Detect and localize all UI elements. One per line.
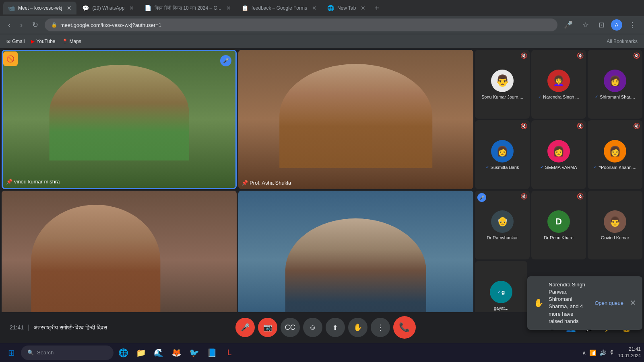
emoji-button[interactable]: ☺ <box>303 318 322 337</box>
narendra-avatar: 👩‍🦱 <box>547 70 570 92</box>
taskbar-app7[interactable]: L <box>221 345 237 361</box>
gayati-name-label: gayat... <box>492 306 510 311</box>
ramshankar-name-label: Dr Ramshankar <box>485 235 519 240</box>
taskbar-app5[interactable]: 🐦 <box>186 345 202 361</box>
seema-name-label: ✓ SEEMA VARMA <box>539 165 578 170</box>
susmitta-avatar-img: 👩 <box>496 146 508 157</box>
captions-button[interactable]: CC <box>281 318 300 337</box>
browser-chrome: 📹 Meet – kxo-veso-wkj ✕ 💬 (29) WhatsApp … <box>0 0 644 48</box>
meeting-separator: | <box>28 324 29 331</box>
toast-close-button[interactable]: ✕ <box>630 298 636 307</box>
network-icon: 📶 <box>589 350 596 356</box>
bookmark-youtube[interactable]: ▶ YouTube <box>31 39 55 44</box>
app6-icon: 📘 <box>207 348 217 358</box>
taskbar-app6[interactable]: 📘 <box>204 345 220 361</box>
speaking-indicator-vinod: 🎤 <box>220 55 231 66</box>
sonu-avatar: 👨 <box>491 70 514 92</box>
sidebar-seema: 🔇 👩 ✓ SEEMA VARMA <box>531 120 586 189</box>
start-button[interactable]: ⊞ <box>3 345 19 361</box>
verified-icon-poonam: ✓ <box>594 165 597 169</box>
sidebar-narendra: 🔇 👩‍🦱 ✓ Narendra Singh ... <box>531 50 586 119</box>
meeting-time: 21:41 <box>10 324 24 331</box>
tab-forms[interactable]: 📋 feedback – Google Forms ✕ <box>237 2 322 14</box>
ramshankar-avatar-img: 👴 <box>497 216 508 227</box>
tab-newtab[interactable]: 🌐 New Tab ✕ <box>322 2 370 14</box>
pin-icon-asha: 📌 <box>242 180 248 186</box>
govind-name-label: Govind Kumar <box>599 235 631 240</box>
susmitta-name-label: ✓ Susmitta Barik <box>484 165 521 170</box>
extensions-button[interactable]: ⊡ <box>595 19 608 31</box>
cam-off-icon: 🚫 <box>6 55 14 63</box>
present-button[interactable]: ⬆ <box>326 318 345 337</box>
sonu-avatar-emoji: 👨 <box>495 74 510 87</box>
gayati-name: gayat... <box>494 306 508 311</box>
open-queue-link[interactable]: Open queue <box>594 300 623 306</box>
raise-hand-icon: ✋ <box>353 323 362 332</box>
mic-off-icon-poonam: 🔇 <box>633 123 640 129</box>
video-cell-vinod: 🎤 📌 vinod kumar mishra <box>2 50 237 189</box>
sidebar-row-1: 🔇 👨 Sonu Kumar Journ.... 🔇 👩‍🦱 ✓ Narendr… <box>475 50 642 119</box>
profile-button[interactable]: A <box>611 19 622 31</box>
menu-button[interactable]: ⋮ <box>625 19 639 31</box>
taskbar-edge[interactable]: 🌊 <box>151 345 167 361</box>
camera-icon: 📷 <box>263 323 272 332</box>
mic-button[interactable]: 🎤 <box>561 19 576 31</box>
taskbar-search[interactable]: 🔍 Search <box>21 346 114 360</box>
bookmark-gmail[interactable]: ✉ Gmail <box>6 39 25 44</box>
tab-whatsapp[interactable]: 💬 (29) WhatsApp ✕ <box>77 2 139 14</box>
new-tab-button[interactable]: + <box>371 4 382 13</box>
clock-time: 21:41 <box>618 346 641 353</box>
mic-off-icon-seema: 🔇 <box>577 123 584 129</box>
all-bookmarks[interactable]: All Bookmarks <box>607 39 638 44</box>
cam-off-indicator[interactable]: 🚫 <box>3 51 18 66</box>
renu-name: Dr Renu Khare <box>544 235 573 240</box>
taskbar-right: ∧ 📶 🔊 🎙 21:41 10-01-2024 <box>582 346 641 359</box>
taskbar-app4[interactable]: 🦊 <box>168 345 184 361</box>
search-icon: 🔍 <box>27 350 34 356</box>
sidebar-sonu: 🔇 👨 Sonu Kumar Journ.... <box>475 50 530 119</box>
taskbar-chrome[interactable]: 🌐 <box>115 345 131 361</box>
tab-favicon-forms: 📋 <box>242 5 248 11</box>
video-cell-poet: 📌 Poet Shailesh Shukla <box>238 191 473 330</box>
shiromani-name: Shiromani Shar.... <box>600 95 635 99</box>
raise-hand-button[interactable]: ✋ <box>348 318 367 337</box>
end-call-button[interactable]: 📞 <box>393 316 416 339</box>
taskbar-file-explorer[interactable]: 📁 <box>133 345 149 361</box>
bookmark-star-button[interactable]: ☆ <box>579 19 592 31</box>
forward-button[interactable]: › <box>17 19 26 31</box>
mute-button[interactable]: 🎤 <box>235 318 255 337</box>
tab-close-newtab[interactable]: ✕ <box>361 5 365 11</box>
renu-initial: D <box>555 216 562 227</box>
bookmark-maps[interactable]: 📍 Maps <box>62 39 81 44</box>
vinod-name: vinod kumar mishra <box>14 179 60 185</box>
tab-docs[interactable]: 📄 विश्व हिंदी दिवस 10 जन 2024 – G... ✕ <box>140 2 235 14</box>
tab-close-meet[interactable]: ✕ <box>67 5 72 11</box>
mic-on-icon-vinod: 🎤 <box>223 58 229 64</box>
camera-button[interactable]: 📷 <box>258 318 277 337</box>
tab-meet[interactable]: 📹 Meet – kxo-veso-wkj ✕ <box>3 2 76 14</box>
file-explorer-icon: 📁 <box>136 348 146 358</box>
tab-close-whatsapp[interactable]: ✕ <box>129 5 134 11</box>
renu-avatar: D <box>547 210 570 233</box>
shiromani-name-label: ✓ Shiromani Shar.... <box>593 95 636 99</box>
tab-close-forms[interactable]: ✕ <box>312 5 317 11</box>
reload-button[interactable]: ↻ <box>29 19 41 31</box>
more-button[interactable]: ⋮ <box>371 318 390 337</box>
tab-favicon-docs: 📄 <box>144 5 151 11</box>
all-bookmarks-label: All Bookmarks <box>607 39 638 44</box>
system-tray-up[interactable]: ∧ <box>582 350 586 356</box>
tab-favicon-meet: 📹 <box>8 5 15 11</box>
back-button[interactable]: ‹ <box>5 19 14 31</box>
emoji-icon: ☺ <box>309 323 316 332</box>
youtube-icon: ▶ <box>31 39 35 44</box>
address-bar[interactable]: 🔒 meet.google.com/kxo-veso-wkj?authuser=… <box>45 19 557 31</box>
chrome-icon: 🌐 <box>118 348 128 358</box>
center-controls: 🎤 📷 CC ☺ ⬆ ✋ ⋮ 📞 <box>107 316 544 339</box>
tab-close-docs[interactable]: ✕ <box>226 5 231 11</box>
ramshankar-name: Dr Ramshankar <box>487 235 518 240</box>
video-cell-asha: 📌 Prof. Asha Shukla <box>238 50 473 189</box>
more-icon: ⋮ <box>377 323 384 332</box>
vinod-video <box>3 51 235 188</box>
tab-bar: 📹 Meet – kxo-veso-wkj ✕ 💬 (29) WhatsApp … <box>0 0 644 16</box>
sidebar-susmitta: 🔇 👩 ✓ Susmitta Barik <box>475 120 530 189</box>
